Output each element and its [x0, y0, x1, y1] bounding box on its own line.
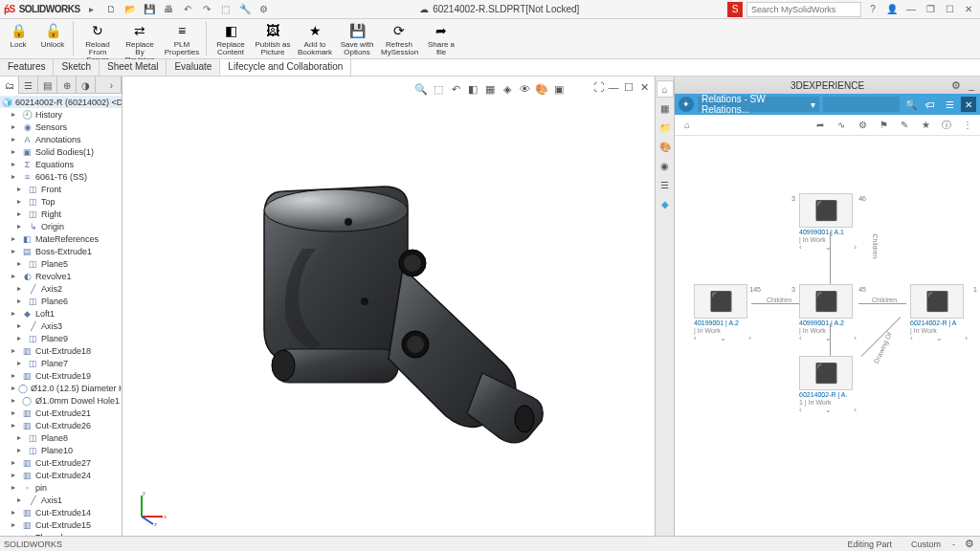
tree-item[interactable]: ▸╱Axis2	[0, 282, 122, 295]
node-expand-right-icon[interactable]: ›	[854, 243, 857, 252]
3dx-home-icon[interactable]: ⌂	[680, 119, 694, 132]
search-input[interactable]	[746, 2, 861, 17]
zoom-fit-icon[interactable]: 🔍	[414, 82, 428, 96]
tp-library-icon[interactable]: 📁	[657, 119, 674, 136]
3dx-gear-icon[interactable]: ⚙	[949, 78, 963, 92]
tree-item[interactable]: ▸◫Plane5	[0, 257, 122, 270]
node-expand-right-icon[interactable]: ›	[854, 406, 857, 414]
restore-icon[interactable]: ❐	[923, 3, 938, 16]
node-expand-right-icon[interactable]: ›	[854, 334, 857, 342]
expand-tab-icon[interactable]: ›	[102, 77, 122, 94]
relation-node[interactable]: 3 46 ⬛ 40999001 | A.1 | In Work ‹⌄›	[799, 193, 857, 252]
ribbon-btn-refresh-mysession[interactable]: ⟳Refresh MySession	[381, 21, 417, 56]
close-icon[interactable]: ✕	[961, 3, 976, 16]
3dx-search-input[interactable]	[823, 97, 900, 112]
tree-item[interactable]: ▸◫Plane10	[0, 444, 122, 456]
config-manager-tab-icon[interactable]: ▤	[38, 77, 57, 94]
command-tab-sketch[interactable]: Sketch	[54, 59, 100, 76]
tree-item[interactable]: ▸◆Loft1	[0, 307, 122, 320]
tree-item[interactable]: ▸◫Plane7	[0, 357, 122, 369]
command-tab-evaluate[interactable]: Evaluate	[167, 59, 220, 76]
tree-root-part[interactable]: 🧊 60214002-R (60214002) <Display St	[0, 96, 122, 108]
qat-save-icon[interactable]: 💾	[142, 2, 157, 17]
command-tab-lifecycle-and-collaboration[interactable]: Lifecycle and Collaboration	[220, 59, 351, 76]
qat-rebuild-icon[interactable]: 🔧	[237, 2, 253, 17]
3dx-search-icon[interactable]: 🔍	[903, 97, 919, 112]
tree-item[interactable]: ▸◫Plane6	[0, 295, 122, 307]
help-icon[interactable]: ?	[865, 2, 880, 17]
node-expand-left-icon[interactable]: ‹	[694, 334, 697, 342]
scene-icon[interactable]: ▣	[552, 82, 566, 96]
vp-min-icon[interactable]: —	[607, 80, 620, 94]
feature-tree-tab-icon[interactable]: 🗂	[0, 77, 19, 94]
view-orient-icon[interactable]: ▦	[483, 82, 497, 96]
ribbon-btn-add-to-bookmark[interactable]: ★Add to Bookmark	[297, 21, 333, 56]
tree-item[interactable]: ▸◫Plane9	[0, 332, 122, 344]
status-custom[interactable]: Custom	[911, 540, 941, 549]
tree-item[interactable]: ▸▥Cut-Extrude15	[0, 518, 122, 531]
tree-item[interactable]: ▸▥Cut-Extrude24	[0, 469, 122, 481]
tree-item[interactable]: ▸▥Cut-Extrude21	[0, 407, 122, 419]
node-expand-right-icon[interactable]: ›	[965, 334, 968, 342]
display-style-icon[interactable]: ◈	[501, 82, 514, 96]
tree-item[interactable]: ▸◧MateReferences	[0, 232, 122, 245]
ribbon-btn-replace-content[interactable]: ◧Replace Content	[212, 21, 249, 56]
3dx-relations-graph[interactable]: Children Children Children Drawing Of 3 …	[675, 136, 980, 536]
node-expand-left-icon[interactable]: ‹	[799, 406, 802, 414]
tp-resources-icon[interactable]: ▦	[657, 99, 674, 117]
property-manager-tab-icon[interactable]: ☰	[19, 77, 38, 94]
prev-view-icon[interactable]: ↶	[449, 82, 462, 96]
qat-open-icon[interactable]: 📂	[122, 2, 138, 17]
tree-item[interactable]: ▸▤Boss-Extrude1	[0, 245, 122, 257]
relation-node[interactable]: 3 45 ⬛ 40999001 | A.2 | In Work ‹⌄›	[799, 284, 857, 342]
display-manager-tab-icon[interactable]: ◑	[77, 77, 96, 94]
qat-print-icon[interactable]: 🖶	[161, 2, 176, 17]
tree-item[interactable]: ▸🕘History	[0, 108, 122, 121]
3dx-menu-icon[interactable]: ☰	[942, 97, 957, 112]
qat-new-icon[interactable]: ▸	[84, 2, 100, 17]
3dx-share-icon[interactable]: ➦	[813, 119, 827, 132]
relation-node[interactable]: ⬛ 60214002-R | A. 1 | In Work ‹⌄›	[799, 356, 857, 414]
tp-appearances-icon[interactable]: ◉	[657, 157, 674, 174]
zoom-area-icon[interactable]: ⬚	[432, 82, 445, 96]
node-expand-right-icon[interactable]: ›	[748, 334, 751, 342]
tp-custom-props-icon[interactable]: ☰	[657, 176, 674, 193]
node-expand-left-icon[interactable]: ‹	[799, 243, 802, 252]
tree-item[interactable]: ▸AAnnotations	[0, 133, 122, 145]
qat-undo-icon[interactable]: ↶	[180, 2, 195, 17]
3dx-info-icon[interactable]: ⓘ	[940, 119, 953, 132]
command-tab-sheet-metal[interactable]: Sheet Metal	[100, 59, 167, 76]
dimxpert-tab-icon[interactable]: ⊕	[57, 77, 77, 94]
maximize-icon[interactable]: ☐	[942, 3, 957, 16]
qat-file-icon[interactable]: 🗋	[103, 2, 119, 17]
node-expand-down-icon[interactable]: ⌄	[825, 334, 832, 342]
section-view-icon[interactable]: ◧	[466, 82, 479, 96]
3dx-link-icon[interactable]: ∿	[835, 119, 848, 132]
qat-select-icon[interactable]: ⬚	[218, 2, 234, 17]
node-expand-left-icon[interactable]: ‹	[910, 334, 913, 342]
ribbon-btn-reload-from-server[interactable]: ↻Reload From Server	[79, 21, 116, 64]
compass-icon[interactable]: ✦	[679, 97, 694, 112]
minimize-icon[interactable]: —	[903, 3, 919, 16]
ribbon-btn-plm-properties[interactable]: ≡PLM Properties	[164, 21, 200, 56]
tree-item[interactable]: ▸ΣEquations	[0, 158, 122, 170]
ribbon-btn-share-a-file[interactable]: ➦Share a file	[423, 21, 459, 56]
user-icon[interactable]: 👤	[884, 2, 900, 17]
3dx-min-icon[interactable]: _	[965, 78, 978, 92]
node-expand-left-icon[interactable]: ‹	[799, 334, 802, 342]
tree-item[interactable]: ▸▥Cut-Extrude26	[0, 419, 122, 431]
qat-redo-icon[interactable]: ↷	[199, 2, 214, 17]
tree-item[interactable]: ▸▣Solid Bodies(1)	[0, 145, 122, 158]
node-expand-down-icon[interactable]: ⌄	[720, 334, 726, 342]
tree-item[interactable]: ▸◫Plane8	[0, 431, 122, 444]
tree-item[interactable]: ▸╱Axis1	[0, 494, 122, 506]
ribbon-btn-unlock[interactable]: 🔓Unlock	[38, 21, 67, 49]
tp-home-icon[interactable]: ⌂	[657, 80, 674, 98]
relation-node[interactable]: 1 ⬛ 60214002-R | A | In Work ‹⌄›	[910, 284, 968, 342]
vp-close-icon[interactable]: ✕	[637, 80, 651, 94]
3dx-star-icon[interactable]: ★	[919, 119, 932, 132]
tree-item[interactable]: ▸◉Sensors	[0, 121, 122, 133]
tree-item[interactable]: ▸╱Axis3	[0, 320, 122, 332]
command-tab-features[interactable]: Features	[0, 59, 54, 76]
tp-3dx-icon[interactable]: ◆	[657, 195, 674, 212]
